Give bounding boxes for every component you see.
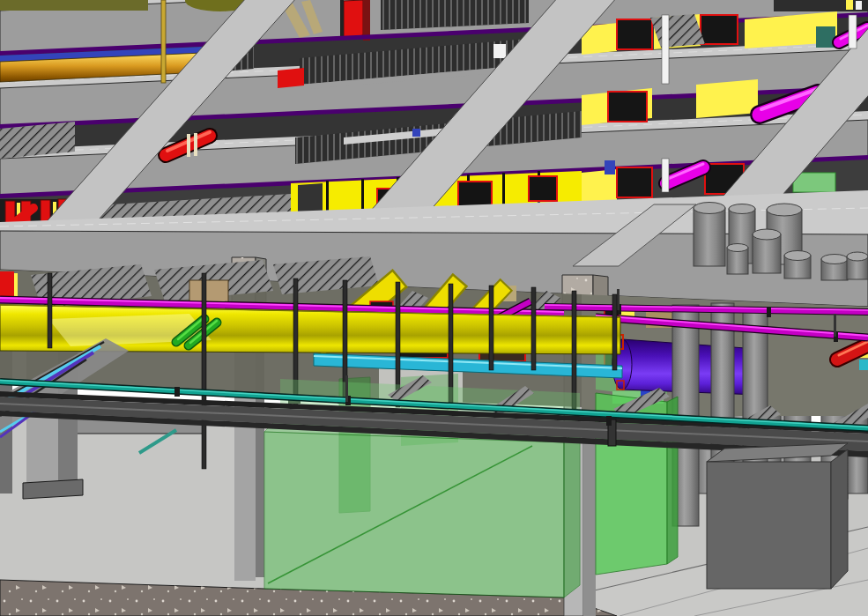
red-framed-box xyxy=(529,176,557,201)
blue-bit xyxy=(412,129,420,137)
blue-bit xyxy=(605,160,615,174)
black-post xyxy=(340,0,344,40)
pipe-hanger xyxy=(345,375,348,402)
white-bit xyxy=(856,1,862,10)
equipment-pad-box xyxy=(707,443,848,589)
bim-3d-viewport[interactable] xyxy=(0,0,868,616)
white-bit xyxy=(493,44,506,58)
red-riser-pipe xyxy=(0,271,14,298)
pipe-clamp xyxy=(174,387,180,397)
yellow-duct xyxy=(696,79,758,118)
tan-box xyxy=(189,280,228,303)
red-panel xyxy=(344,0,363,39)
dark-cable-tray xyxy=(774,0,868,11)
dark-red-post xyxy=(363,0,370,41)
white-slat xyxy=(194,133,197,156)
white-post xyxy=(662,15,669,84)
model-canvas[interactable] xyxy=(0,0,868,616)
red-framed-box xyxy=(608,92,647,122)
white-post xyxy=(849,15,857,48)
olive-duct xyxy=(0,0,148,11)
red-framed-box xyxy=(617,167,652,197)
red-framed-box xyxy=(701,15,738,44)
white-post xyxy=(662,159,669,192)
pipe-clamp xyxy=(606,416,612,426)
yellow-bit xyxy=(846,0,853,10)
red-framed-box xyxy=(617,19,652,49)
red-framed-box xyxy=(458,182,492,208)
red-equipment xyxy=(278,68,304,88)
gold-hanger-rod xyxy=(161,0,166,83)
white-slat xyxy=(187,134,190,157)
conduit-clamp xyxy=(767,307,771,317)
